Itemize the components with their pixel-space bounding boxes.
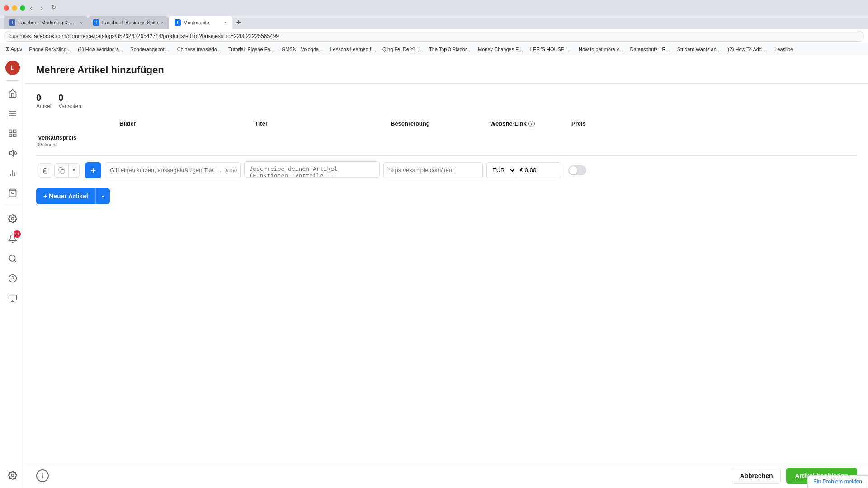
sidebar-icon-help[interactable]	[4, 269, 22, 287]
content-area: 0 Artikel 0 Varianten Bilder Titel Besch…	[25, 84, 868, 463]
address-bar	[0, 29, 868, 43]
svg-rect-20	[61, 169, 64, 173]
svg-point-12	[9, 255, 15, 261]
tab-favicon-1: f	[9, 19, 15, 26]
bookmark-apps[interactable]: ⊞ Apps	[4, 46, 24, 52]
address-input[interactable]	[4, 31, 864, 42]
svg-rect-6	[13, 134, 16, 137]
sidebar-icon-alert[interactable]: 13	[4, 230, 22, 248]
stat-artikel: 0 Artikel	[36, 93, 51, 109]
svg-rect-4	[13, 130, 16, 133]
copy-dropdown-button[interactable]: ▾	[69, 163, 80, 178]
bookmark-9[interactable]: The Top 3 Platfor...	[427, 47, 472, 52]
page-title: Mehrere Artikel hinzufügen	[36, 64, 857, 76]
bookmark-1[interactable]: Phone Recycling...	[28, 47, 73, 52]
bookmark-13[interactable]: Datenschutz - R...	[628, 47, 672, 52]
page-header: Mehrere Artikel hinzufügen	[25, 55, 868, 84]
bookmark-10[interactable]: Money Changes E...	[476, 47, 525, 52]
bookmark-11[interactable]: LEE 'S HOUSE -...	[528, 47, 573, 52]
copy-button[interactable]	[54, 163, 69, 178]
user-avatar[interactable]: L	[5, 61, 20, 75]
delete-button[interactable]	[38, 163, 52, 178]
bookmark-14[interactable]: Student Wants an...	[675, 47, 722, 52]
tab-favicon-3: f	[175, 19, 181, 26]
browser-chrome: ‹ › ↻	[0, 0, 868, 16]
bookmark-6[interactable]: GMSN - Vologda...	[280, 47, 325, 52]
sidebar-icon-megaphone[interactable]	[4, 144, 22, 162]
sidebar-icon-menu[interactable]	[4, 104, 22, 122]
sidebar-icon-grid[interactable]	[4, 124, 22, 142]
table-row: ▾ 0/150	[36, 158, 857, 183]
toggle-knob	[569, 166, 577, 174]
reload-button[interactable]: ↻	[52, 5, 59, 12]
stats-row: 0 Artikel 0 Varianten	[36, 93, 857, 109]
bookmark-12[interactable]: How to get more v...	[577, 47, 625, 52]
sale-price-toggle[interactable]	[568, 165, 586, 175]
tabs-bar: f Facebook Marketing & Werb... × f Faceb…	[0, 16, 868, 29]
tab-close-1[interactable]: ×	[80, 20, 82, 25]
description-input[interactable]	[244, 161, 380, 178]
app-container: L 13	[0, 55, 868, 488]
sidebar-icon-settings-bottom[interactable]	[4, 466, 22, 484]
currency-select[interactable]: EUR USD GBP	[486, 162, 516, 178]
back-button[interactable]: ‹	[30, 5, 37, 12]
description-input-container	[244, 161, 380, 179]
tab-business-suite[interactable]: f Facebook Business Suite ×	[88, 16, 169, 29]
cancel-button[interactable]: Abbrechen	[732, 468, 780, 484]
title-input-container: 0/150	[105, 162, 241, 178]
table-header: Bilder Titel Beschreibung Website-Link i…	[36, 117, 857, 156]
bookmark-7[interactable]: Lessons Learned f...	[328, 47, 377, 52]
minimize-dot[interactable]	[12, 5, 17, 11]
bookmark-4[interactable]: Chinese translatio...	[175, 47, 223, 52]
tab-facebook-marketing[interactable]: f Facebook Marketing & Werb... ×	[4, 16, 88, 29]
bookmark-8[interactable]: Qing Fei De Yi -...	[381, 47, 424, 52]
add-item-button[interactable]: + Neuer Artikel	[36, 188, 95, 204]
new-tab-button[interactable]: +	[232, 16, 245, 29]
sidebar-icon-settings-top[interactable]	[4, 210, 22, 228]
bookmark-2[interactable]: (1) How Working a...	[76, 47, 125, 52]
footer-info: i	[36, 469, 49, 482]
sidebar-icon-shop[interactable]	[4, 184, 22, 202]
title-char-count: 0/150	[224, 168, 237, 173]
bookmark-3[interactable]: Sonderangebot:...	[128, 47, 171, 52]
sidebar-divider-2	[5, 206, 20, 206]
bookmark-16[interactable]: Leaslibe	[773, 47, 795, 52]
tab-musterseite[interactable]: f Musterseite ×	[169, 16, 232, 29]
sidebar-icon-chart[interactable]	[4, 164, 22, 182]
alert-badge: 13	[14, 230, 21, 238]
forward-button[interactable]: ›	[41, 5, 48, 12]
svg-rect-3	[9, 130, 12, 133]
website-info-icon[interactable]: i	[528, 121, 535, 127]
add-button-container: + Neuer Artikel ▾	[36, 188, 857, 204]
image-upload-button[interactable]	[85, 162, 101, 178]
footer-info-icon[interactable]: i	[36, 469, 49, 482]
stat-varianten: 0 Varianten	[58, 93, 81, 109]
tab-favicon-2: f	[93, 19, 99, 26]
col-header-preis: Preis	[570, 117, 660, 131]
svg-rect-5	[9, 134, 12, 137]
report-problem-button[interactable]: Ein Problem melden	[807, 475, 868, 488]
svg-point-19	[11, 474, 14, 477]
col-header-bilder	[36, 117, 118, 131]
tab-close-3[interactable]: ×	[224, 20, 227, 25]
sidebar: L 13	[0, 55, 25, 488]
bookmark-15[interactable]: (2) How To Add ...	[726, 47, 769, 52]
svg-rect-16	[9, 295, 16, 300]
price-input[interactable]	[516, 162, 561, 178]
sidebar-avatar-area[interactable]: L	[4, 59, 22, 77]
bookmark-5[interactable]: Tutorial: Eigene Fa...	[226, 47, 276, 52]
website-input[interactable]	[383, 162, 483, 178]
artikel-count: 0	[36, 93, 51, 103]
title-input[interactable]	[105, 162, 241, 178]
tab-close-2[interactable]: ×	[161, 20, 164, 25]
sidebar-icon-home[interactable]	[4, 84, 22, 103]
sidebar-icon-pages[interactable]	[4, 289, 22, 307]
optional-label: Optional	[38, 142, 57, 147]
close-dot[interactable]	[4, 5, 9, 11]
browser-traffic-lights	[4, 5, 25, 11]
add-item-dropdown-button[interactable]: ▾	[95, 188, 110, 204]
maximize-dot[interactable]	[20, 5, 25, 11]
browser-nav: ‹ › ↻	[30, 5, 59, 12]
price-container: EUR USD GBP	[486, 162, 561, 178]
sidebar-icon-search[interactable]	[4, 249, 22, 267]
